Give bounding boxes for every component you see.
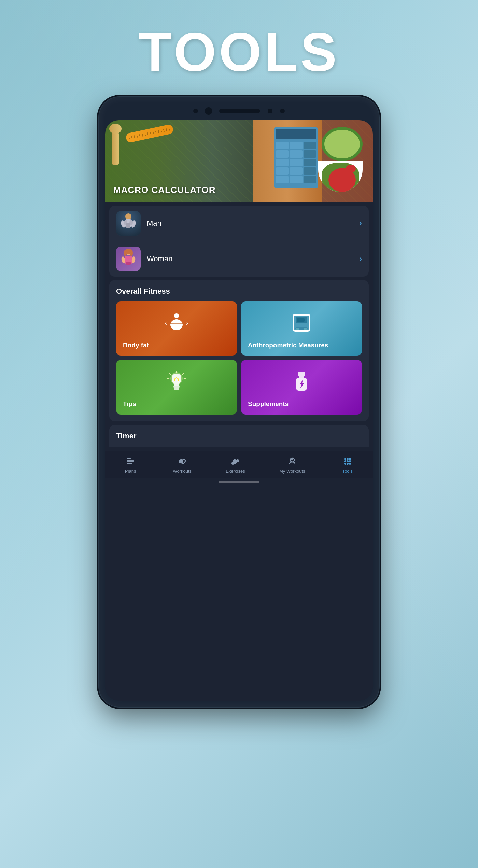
nav-item-exercises[interactable]: Exercises xyxy=(220,455,250,475)
plans-nav-label: Plans xyxy=(125,468,136,474)
svg-rect-24 xyxy=(173,386,180,388)
nav-item-tools[interactable]: Tools xyxy=(334,455,361,475)
calc-btn xyxy=(304,159,316,166)
svg-rect-21 xyxy=(296,328,299,330)
svg-point-15 xyxy=(170,319,183,330)
svg-point-45 xyxy=(349,458,351,460)
svg-rect-25 xyxy=(174,388,179,390)
woman-chevron-icon: › xyxy=(359,254,362,264)
svg-rect-13 xyxy=(126,262,131,265)
calc-btn xyxy=(304,167,316,175)
supplements-card[interactable]: Supplements xyxy=(241,360,362,415)
tools-nav-svg xyxy=(343,457,352,465)
calc-row-1 xyxy=(276,142,316,149)
my-workouts-nav-label: My Workouts xyxy=(279,468,305,474)
svg-point-10 xyxy=(130,250,133,256)
supplement-bottle-svg xyxy=(293,371,310,392)
spoon-decoration xyxy=(112,130,119,165)
plans-nav-svg xyxy=(126,457,135,465)
overall-fitness-title: Overall Fitness xyxy=(116,287,362,296)
man-label: Man xyxy=(147,219,359,228)
gender-list: Man › xyxy=(109,206,369,277)
tips-label: Tips xyxy=(123,396,230,408)
calc-btn xyxy=(290,167,302,175)
phone-dot-camera-left xyxy=(205,107,212,115)
svg-point-48 xyxy=(349,460,351,462)
svg-rect-31 xyxy=(298,372,305,376)
calc-screen xyxy=(276,129,316,139)
svg-point-44 xyxy=(347,458,349,460)
exercises-icon xyxy=(231,457,240,467)
my-workouts-nav-svg xyxy=(287,457,297,465)
calc-btn xyxy=(304,176,316,183)
cucumber-prop xyxy=(322,127,363,161)
my-workouts-icon xyxy=(287,457,297,467)
svg-rect-32 xyxy=(299,376,304,378)
home-indicator xyxy=(219,481,259,483)
woman-list-item[interactable]: Woman › xyxy=(109,241,369,277)
supplements-icon-wrap xyxy=(248,367,355,396)
tips-card[interactable]: Tips xyxy=(116,360,237,415)
banner-label: MACRO CALCULATOR xyxy=(113,185,216,195)
calc-row-3 xyxy=(276,159,316,166)
phone-frame: MACRO CALCULATOR xyxy=(99,97,379,707)
calculator-prop xyxy=(274,127,318,188)
svg-line-27 xyxy=(170,374,171,375)
svg-line-28 xyxy=(182,374,183,375)
svg-point-51 xyxy=(349,463,351,465)
nav-item-my-workouts[interactable]: My Workouts xyxy=(274,455,311,475)
calc-btn xyxy=(276,176,289,183)
phone-screen: MACRO CALCULATOR xyxy=(105,120,373,701)
svg-point-9 xyxy=(124,250,127,256)
calc-btn xyxy=(290,150,302,158)
nav-item-workouts[interactable]: Workouts xyxy=(167,455,197,475)
body-fat-card[interactable]: ‹ › xyxy=(116,301,237,356)
body-fat-figure-svg xyxy=(168,313,185,332)
workouts-nav-svg xyxy=(178,457,187,465)
tools-nav-label: Tools xyxy=(342,468,353,474)
anthropometric-card[interactable]: Anthropometric Measures xyxy=(241,301,362,356)
scale-top xyxy=(293,314,310,332)
cucumber-inner xyxy=(324,130,360,158)
svg-rect-37 xyxy=(127,463,132,464)
calc-row-2 xyxy=(276,150,316,158)
lightbulb-svg xyxy=(167,371,186,392)
calc-btn xyxy=(304,150,316,158)
anthropometric-label: Anthropometric Measures xyxy=(248,337,355,349)
svg-point-50 xyxy=(347,463,349,465)
svg-point-43 xyxy=(344,458,346,460)
man-avatar-bg xyxy=(116,211,141,236)
calc-btn xyxy=(304,142,316,149)
workouts-icon xyxy=(178,457,187,467)
phone-camera xyxy=(267,108,273,114)
calc-btn xyxy=(276,142,289,149)
calc-btn xyxy=(276,159,289,166)
man-chevron-icon: › xyxy=(359,219,362,228)
phone-dot-left xyxy=(193,109,198,113)
svg-rect-35 xyxy=(127,460,134,461)
exercises-nav-svg xyxy=(231,457,240,465)
phone-dot-right xyxy=(280,109,285,113)
woman-avatar xyxy=(116,247,141,271)
fitness-cards-grid: ‹ › xyxy=(116,301,362,415)
body-fat-icon: ‹ › xyxy=(165,313,188,332)
man-list-item[interactable]: Man › xyxy=(109,206,369,241)
hero-banner[interactable]: MACRO CALCULATOR xyxy=(105,120,373,202)
nav-item-plans[interactable]: Plans xyxy=(117,455,144,475)
calc-btn xyxy=(276,150,289,158)
timer-section: Timer xyxy=(109,425,369,447)
phone-speaker xyxy=(219,109,260,113)
arrow-right-icon: › xyxy=(186,319,188,327)
exercises-nav-label: Exercises xyxy=(226,468,245,474)
calc-btn xyxy=(290,142,302,149)
svg-point-46 xyxy=(344,460,346,462)
svg-rect-34 xyxy=(127,458,131,459)
workouts-nav-label: Workouts xyxy=(173,468,192,474)
man-avatar xyxy=(116,211,141,236)
scale-svg xyxy=(293,315,310,331)
svg-point-47 xyxy=(347,460,349,462)
svg-rect-36 xyxy=(127,461,134,462)
man-figure-svg xyxy=(120,213,137,234)
svg-rect-22 xyxy=(304,328,307,330)
svg-rect-19 xyxy=(297,318,305,322)
